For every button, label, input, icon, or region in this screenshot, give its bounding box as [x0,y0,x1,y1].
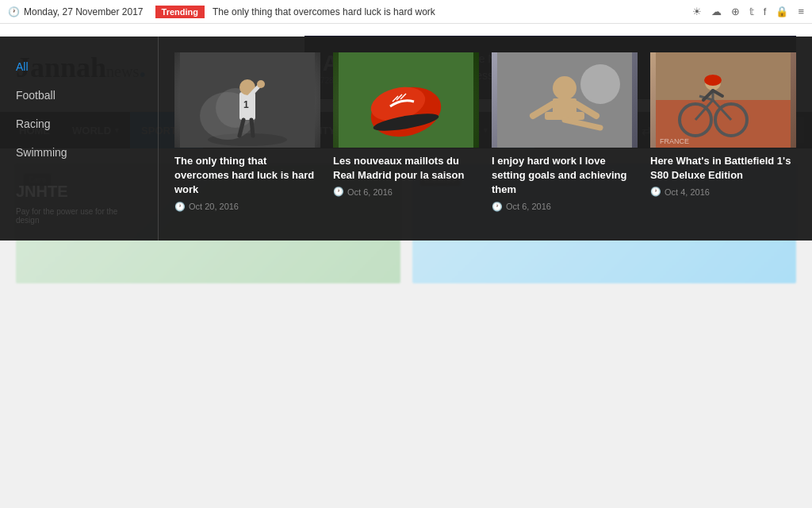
svg-point-7 [257,80,265,88]
article-title-3: I enjoy hard work I love setting goals a… [492,154,638,198]
clock-icon: 🕐 [8,6,20,17]
clock-icon-4: 🕐 [650,187,661,197]
instagram-icon[interactable]: ☀ [692,6,702,17]
article-img-3 [492,52,638,148]
category-all-label: All [16,60,29,73]
top-bar: 🕐 Monday, 27 November 2017 Trending The … [0,0,812,24]
category-swimming-label: Swimming [16,146,67,159]
trending-badge: Trending [155,6,205,18]
article-title-2: Les nouveaux maillots du Real Madrid pou… [333,154,479,183]
category-swimming[interactable]: Swimming [16,138,142,167]
article-title-4: Here What's in Battlefield 1's S80 Delux… [650,154,796,183]
article-date-4: 🕐 Oct 4, 2016 [650,187,796,197]
category-sidebar: All Football Racing Swimming JNHTE Pay f… [0,37,159,241]
category-racing[interactable]: Racing [16,110,142,138]
article-img-4: FRANCE [650,52,796,148]
clock-icon-1: 🕐 [174,202,186,212]
globe-icon[interactable]: ⊕ [731,6,740,17]
clock-icon-3: 🕐 [492,202,503,212]
svg-text:1: 1 [243,99,249,110]
trending-text: The only thing that overcomes hard luck … [213,6,435,17]
article-card-4[interactable]: FRANCE Here What's in Battlefield 1's S8… [650,52,796,225]
article-card-3[interactable]: I enjoy hard work I love setting goals a… [492,52,638,225]
article-date-2: 🕐 Oct 6, 2016 [333,187,479,197]
article-img-1: 1 [174,52,320,148]
article-card-1[interactable]: 1 The only thing that overcomes hard luc… [174,52,320,225]
date-text: Monday, 27 November 2017 [24,6,144,17]
svg-point-26 [580,64,620,104]
category-racing-label: Racing [16,117,51,130]
article-title-1: The only thing that overcomes hard luck … [174,154,320,198]
date-area: 🕐 Monday, 27 November 2017 [8,6,144,17]
svg-line-10 [251,120,253,136]
svg-point-20 [553,76,576,100]
cloud-icon[interactable]: ☁ [711,6,722,17]
sports-dropdown: All Football Racing Swimming JNHTE Pay f… [0,37,812,241]
twitter-icon[interactable]: 𝕥 [749,6,754,17]
facebook-icon[interactable]: f [764,6,767,17]
article-img-2 [333,52,479,148]
svg-point-38 [704,75,722,86]
article-date-1: 🕐 Oct 20, 2016 [174,202,320,212]
category-football-label: Football [16,89,56,102]
article-card-2[interactable]: Les nouveaux maillots du Real Madrid pou… [333,52,479,225]
article-date-3: 🕐 Oct 6, 2016 [492,202,638,212]
svg-text:FRANCE: FRANCE [660,137,689,145]
articles-grid: 1 The only thing that overcomes hard luc… [159,37,812,241]
menu-icon[interactable]: ≡ [798,6,804,17]
clock-icon-2: 🕐 [333,187,344,197]
top-icons: ☀ ☁ ⊕ 𝕥 f 🔒 ≡ [692,6,804,17]
lock-icon[interactable]: 🔒 [776,6,788,17]
category-all[interactable]: All [16,52,142,81]
category-football[interactable]: Football [16,81,142,110]
